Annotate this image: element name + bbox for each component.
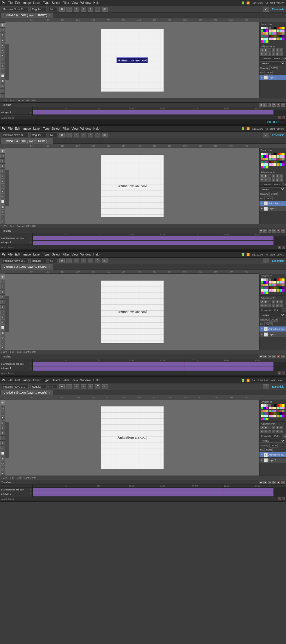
layer-item-1[interactable]: 👁 Layer 1 bbox=[259, 206, 286, 211]
menu-file[interactable]: File bbox=[8, 127, 13, 130]
adjustment-icon[interactable]: ◬ bbox=[279, 52, 283, 56]
magic-wand-tool[interactable]: ✦ bbox=[0, 415, 5, 420]
adjustment-icon[interactable]: ▥ bbox=[272, 174, 275, 178]
color-swatch[interactable] bbox=[277, 289, 279, 292]
color-swatch[interactable] bbox=[277, 27, 279, 29]
adjustment-icon[interactable]: ▦ bbox=[276, 430, 279, 433]
adjustment-icon[interactable]: ⊡ bbox=[268, 304, 271, 307]
playhead[interactable] bbox=[223, 485, 223, 488]
color-swatch[interactable] bbox=[279, 278, 282, 281]
color-swatch[interactable] bbox=[279, 287, 282, 289]
color-swatch[interactable] bbox=[274, 161, 276, 163]
timeline-clip[interactable] bbox=[33, 492, 273, 496]
menu-filter[interactable]: Filter bbox=[63, 379, 69, 382]
font-style-input[interactable] bbox=[30, 133, 47, 137]
menu-help[interactable]: Help bbox=[93, 379, 100, 382]
color-swatch[interactable] bbox=[282, 153, 285, 155]
menu-image[interactable]: Image bbox=[23, 1, 31, 4]
adjustment-icon[interactable]: ◬ bbox=[279, 430, 283, 433]
font-family-input[interactable] bbox=[2, 7, 29, 11]
color-swatch[interactable] bbox=[282, 412, 285, 415]
healing-tool[interactable]: ⊕ bbox=[0, 179, 5, 184]
crop-tool[interactable]: ⊠ bbox=[0, 169, 5, 174]
menu-layer[interactable]: Layer bbox=[33, 127, 41, 130]
color-swatch[interactable] bbox=[266, 38, 268, 40]
blur-tool[interactable]: ◎ bbox=[0, 461, 5, 466]
color-swatch[interactable] bbox=[263, 166, 266, 168]
timeline-loop-button[interactable]: ↻ bbox=[272, 229, 276, 233]
color-swatch[interactable] bbox=[282, 407, 285, 409]
healing-tool[interactable]: ⊕ bbox=[0, 431, 5, 435]
color-swatch[interactable] bbox=[274, 163, 276, 166]
font-family-input[interactable] bbox=[2, 259, 29, 263]
timeline-mute-button[interactable]: 🔇 bbox=[277, 229, 280, 233]
fill-input[interactable] bbox=[264, 196, 273, 200]
crop-tool[interactable]: ⊠ bbox=[0, 43, 5, 48]
color-swatch[interactable] bbox=[274, 155, 276, 158]
color-swatch[interactable] bbox=[261, 404, 263, 407]
color-swatch[interactable] bbox=[271, 415, 274, 417]
color-swatch[interactable] bbox=[263, 40, 266, 43]
font-size-input[interactable] bbox=[49, 385, 57, 389]
align-center-button[interactable]: ≡ bbox=[81, 7, 86, 12]
color-swatch[interactable] bbox=[277, 161, 279, 163]
timeline-prev-frame[interactable]: ⏮ bbox=[259, 229, 262, 233]
color-swatch[interactable] bbox=[263, 38, 266, 40]
confirm-button[interactable]: ✓ bbox=[263, 133, 269, 137]
gradient-tool[interactable]: ◧ bbox=[0, 330, 5, 335]
eyedropper-tool[interactable]: ⊘ bbox=[0, 425, 5, 430]
track-expand-icon[interactable]: ▶ bbox=[1, 241, 3, 244]
menu-layer[interactable]: Layer bbox=[33, 1, 41, 4]
opacity-input[interactable] bbox=[269, 192, 278, 196]
color-swatch[interactable] bbox=[261, 289, 263, 292]
eyedropper-tool[interactable]: ⊘ bbox=[0, 48, 5, 53]
blend-mode-select[interactable]: Normal bbox=[260, 187, 285, 191]
color-swatch[interactable] bbox=[261, 412, 263, 415]
color-swatch[interactable] bbox=[279, 410, 282, 412]
opacity-input[interactable] bbox=[269, 318, 278, 322]
eyedropper-tool[interactable]: ⊘ bbox=[0, 300, 5, 304]
color-swatch[interactable] bbox=[282, 281, 285, 284]
adjustment-icon[interactable]: ▥ bbox=[272, 48, 275, 52]
bold-button[interactable]: B bbox=[59, 7, 65, 12]
color-swatch[interactable] bbox=[266, 418, 268, 420]
marquee-tool[interactable]: ⬚ bbox=[0, 154, 5, 158]
color-swatch[interactable] bbox=[263, 27, 266, 29]
3d-text-button[interactable]: 3D bbox=[102, 384, 108, 389]
color-swatch[interactable] bbox=[282, 158, 285, 160]
font-family-input[interactable] bbox=[2, 385, 29, 389]
color-swatch[interactable] bbox=[279, 281, 282, 284]
adjustment-icon[interactable]: ◫ bbox=[272, 52, 275, 56]
color-swatch[interactable] bbox=[263, 289, 266, 292]
color-swatch[interactable] bbox=[266, 415, 268, 417]
audio-add-btn[interactable]: + bbox=[282, 116, 285, 119]
color-swatch[interactable] bbox=[274, 32, 276, 35]
color-swatch[interactable] bbox=[261, 292, 263, 294]
color-swatch[interactable] bbox=[277, 281, 279, 284]
align-left-button[interactable]: ≡ bbox=[74, 7, 79, 12]
audio-mute-btn[interactable]: 🔇 bbox=[278, 246, 281, 249]
color-swatch[interactable] bbox=[269, 415, 271, 417]
menu-view[interactable]: View bbox=[72, 1, 78, 4]
color-swatch[interactable] bbox=[261, 38, 263, 40]
timeline-next-frame[interactable]: ⏭ bbox=[268, 103, 271, 107]
color-swatch[interactable] bbox=[261, 163, 263, 166]
adjustment-icon[interactable]: ⊡ bbox=[268, 430, 271, 433]
dodge-tool[interactable]: ◌ bbox=[0, 466, 5, 471]
adjustment-icon[interactable]: ⊡ bbox=[268, 178, 271, 182]
menu-layer[interactable]: Layer bbox=[33, 379, 41, 382]
adjustment-icon[interactable]: ⊞ bbox=[264, 178, 268, 182]
color-swatch[interactable] bbox=[263, 284, 266, 286]
color-swatch[interactable] bbox=[269, 161, 271, 163]
color-swatch[interactable] bbox=[279, 415, 282, 417]
timeline-loop-button[interactable]: ↻ bbox=[272, 103, 276, 107]
color-swatch[interactable] bbox=[266, 163, 268, 166]
timeline-next-frame[interactable]: ⏭ bbox=[268, 229, 271, 233]
timeline-prev-frame[interactable]: ⏮ bbox=[259, 481, 262, 484]
color-swatch[interactable] bbox=[279, 407, 282, 409]
color-swatch[interactable] bbox=[261, 284, 263, 286]
layer-visibility-toggle[interactable]: 👁 bbox=[260, 453, 263, 456]
color-swatch[interactable] bbox=[261, 281, 263, 284]
adjustment-icon[interactable]: ⊞ bbox=[264, 52, 268, 56]
color-swatch[interactable] bbox=[266, 404, 268, 407]
